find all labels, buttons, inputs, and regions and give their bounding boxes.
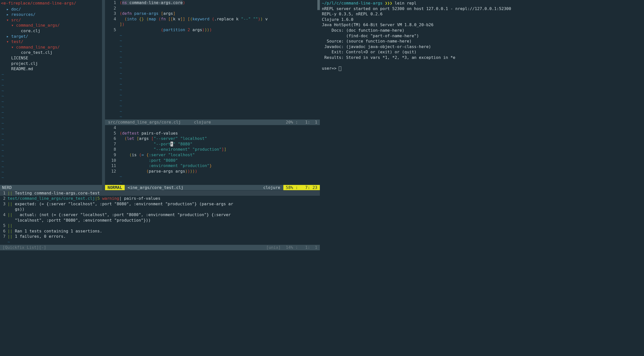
terminal-output-line: Clojure 1.6.0 (322, 17, 642, 22)
terminal-cursor (339, 66, 341, 71)
quickfix-row[interactable]: "localhost", :portt "8080", :environment… (0, 218, 320, 223)
statusline-quickfix: [Quickfix List][-] [unix] 14% : 1: 1 (0, 245, 320, 250)
quickfix-row[interactable]: 2test/command_line_args/core_test.clj|5 … (0, 196, 320, 201)
terminal-output-line: Source: (source function-name-here) (322, 38, 642, 44)
tree-dir[interactable]: ▾ test/ (0, 39, 102, 45)
quickfix-window[interactable]: 1|| Testing command-line-args.core-test2… (0, 190, 320, 250)
statusline-core-test-clj: NORMAL <ine_args/core_test.clj clojure 5… (105, 185, 320, 190)
terminal-pane[interactable]: ~/p/l/c/command-line-args ❯❯❯ lein repl … (320, 0, 644, 356)
terminal-output-line: Exit: Control+D or (exit) or (quit) (322, 49, 642, 55)
editor-buffers: 1(ns command-line-args.core) 2 3(defn pa… (105, 0, 320, 185)
tree-dir[interactable]: ▸ doc/ (0, 7, 102, 12)
vim-mode-indicator: NORMAL (105, 185, 125, 190)
quickfix-title: [Quickfix List][-] (3, 245, 46, 250)
terminal-output-line: Results: Stored in vars *1, *2, *3, an e… (322, 55, 642, 60)
quickfix-row[interactable]: 6|| Ran 1 tests containing 1 assertions. (0, 228, 320, 234)
vertical-split-bar[interactable] (102, 0, 105, 185)
vim-pane: <e-fireplace/command-line-args/ ▸ doc/ ▸… (0, 0, 320, 356)
terminal-output-line: Javadoc: (javadoc java-object-or-class-h… (322, 44, 642, 50)
terminal-output-line: Java HotSpot(TM) 64-Bit Server VM 1.8.0_… (322, 22, 642, 28)
buffer-core-clj[interactable]: 1(ns command-line-args.core) 2 3(defn pa… (105, 0, 320, 125)
terminal-output-line: nREPL server started on port 52300 on ho… (322, 6, 642, 12)
terminal-output-line: REPL-y 0.3.5, nREPL 0.2.6 (322, 11, 642, 17)
quickfix-row[interactable]: 7|| 1 failures, 0 errors. (0, 234, 320, 239)
nerdtree[interactable]: <e-fireplace/command-line-args/ ▸ doc/ ▸… (0, 0, 102, 185)
terminal-prompt-line: ~/p/l/c/command-line-args ❯❯❯ lein repl (322, 1, 642, 6)
status-filetype: clojure (263, 185, 280, 190)
statusline-nerdtree: NERD (0, 185, 102, 190)
quickfix-row[interactable]: 5|| (0, 223, 320, 228)
quickfix-row[interactable]: 1|| Testing command-line-args.core-test (0, 190, 320, 196)
tree-file[interactable]: README.md (0, 66, 102, 72)
terminal-output-line: Docs: (doc function-name-here) (322, 28, 642, 33)
status-filename: <ine_args/core_test.clj (128, 185, 184, 190)
nerdtree-root-path: <e-fireplace/command-line-args/ (0, 0, 102, 7)
quickfix-row[interactable]: 4|| actual: (not (= {:server "localhost"… (0, 212, 320, 218)
tree-dir[interactable]: ▸ resources/ (0, 12, 102, 17)
repl-prompt[interactable]: user=> (322, 66, 642, 71)
statusline-core-clj: src/command_line_args/core.clj clojure 2… (105, 120, 320, 125)
tree-file[interactable]: LICENSE (0, 55, 102, 61)
status-filetype: clojure (194, 120, 211, 125)
terminal-output-line: (find-doc "part-of-name-here") (322, 33, 642, 39)
quickfix-row[interactable]: gs)) (0, 207, 320, 212)
tree-dir[interactable]: ▸ target/ (0, 34, 102, 39)
scrollbar-thumb[interactable] (317, 0, 320, 10)
tree-file[interactable]: project.clj (0, 61, 102, 66)
status-filename: src/command_line_args/core.clj (105, 120, 184, 125)
tree-file[interactable]: core.clj (0, 28, 102, 34)
tree-file[interactable]: core_test.clj (0, 50, 102, 55)
quickfix-row[interactable]: 3|| expected: (= {:server "localhost", :… (0, 201, 320, 207)
buffer-core-test-clj[interactable]: 4 5(deftest pairs-of-values 6 (let [args… (105, 125, 320, 185)
tree-dir[interactable]: ▾ command_line_args/ (0, 45, 102, 50)
tree-dir[interactable]: ▾ command_line_args/ (0, 23, 102, 28)
tree-dir[interactable]: ▾ src/ (0, 17, 102, 23)
